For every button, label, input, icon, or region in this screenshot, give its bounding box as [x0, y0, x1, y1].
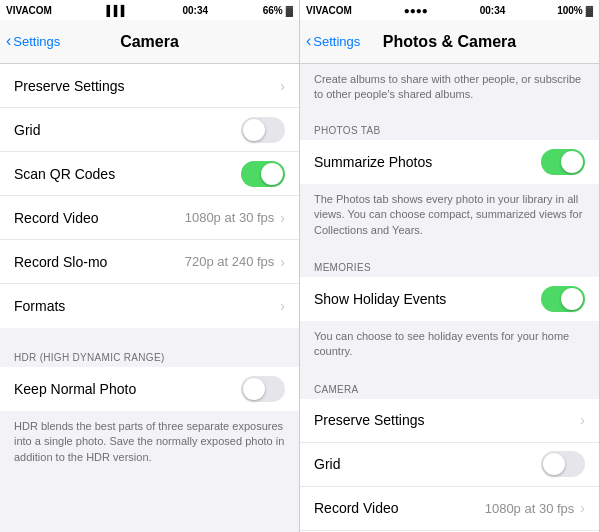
memories-description: You can choose to see holiday events for… [300, 323, 599, 370]
keep-normal-label: Keep Normal Photo [14, 381, 241, 397]
left-content: Preserve Settings › Grid Scan QR Codes R… [0, 64, 299, 532]
table-row[interactable]: Record Slo-mo 720p at 240 fps › [0, 240, 299, 284]
photos-description: The Photos tab shows every photo in your… [300, 186, 599, 248]
memories-header: MEMORIES [300, 248, 599, 277]
right-panel: VIVACOM ●●●● 00:34 100% ▓ ‹ Settings Pho… [300, 0, 600, 532]
right-back-button[interactable]: ‹ Settings [306, 33, 360, 50]
right-camera-group: Preserve Settings › Grid Record Video 10… [300, 399, 599, 532]
right-signal-icon: ●●●● [404, 5, 428, 16]
summarize-toggle[interactable] [541, 149, 585, 175]
camera-header: CAMERA [300, 370, 599, 399]
record-slomo-value: 720p at 240 fps [185, 254, 275, 269]
hdr-section-header: HDR (HIGH DYNAMIC RANGE) [0, 338, 299, 367]
right-content: Create albums to share with other people… [300, 64, 599, 532]
chevron-right-icon: › [280, 210, 285, 226]
grid2-label: Grid [314, 456, 541, 472]
table-row[interactable]: Record Video 1080p at 30 fps › [300, 487, 599, 531]
right-status-bar: VIVACOM ●●●● 00:34 100% ▓ [300, 0, 599, 20]
left-time: 00:34 [182, 5, 208, 16]
right-back-chevron-icon: ‹ [306, 32, 311, 50]
keep-normal-knob [243, 378, 265, 400]
record-slomo-label: Record Slo-mo [14, 254, 185, 270]
preserve2-label: Preserve Settings [314, 412, 578, 428]
left-battery-icon: ▓ [286, 5, 293, 16]
holiday-toggle-knob [561, 288, 583, 310]
right-battery-icon: ▓ [586, 5, 593, 16]
record-video-label: Record Video [14, 210, 185, 226]
table-row[interactable]: Preserve Settings › [0, 64, 299, 108]
chevron-right-icon: › [580, 412, 585, 428]
chevron-right-icon: › [280, 298, 285, 314]
table-row[interactable]: Summarize Photos [300, 140, 599, 184]
grid2-knob [543, 453, 565, 475]
right-carrier: VIVACOM [306, 5, 352, 16]
table-row[interactable]: Grid [0, 108, 299, 152]
chevron-right-icon: › [580, 500, 585, 516]
record-video2-label: Record Video [314, 500, 485, 516]
grid-toggle[interactable] [241, 117, 285, 143]
left-main-group: Preserve Settings › Grid Scan QR Codes R… [0, 64, 299, 328]
right-nav-bar: ‹ Settings Photos & Camera [300, 20, 599, 64]
left-status-bar: VIVACOM ▌▌▌ 00:34 66% ▓ [0, 0, 299, 20]
left-back-button[interactable]: ‹ Settings [6, 33, 60, 50]
table-row[interactable]: Grid [300, 443, 599, 487]
photos-tab-header: PHOTOS TAB [300, 111, 599, 140]
scan-qr-toggle-knob [261, 163, 283, 185]
left-back-label: Settings [13, 34, 60, 49]
chevron-right-icon: › [280, 78, 285, 94]
left-panel: VIVACOM ▌▌▌ 00:34 66% ▓ ‹ Settings Camer… [0, 0, 300, 532]
record-video-value: 1080p at 30 fps [185, 210, 275, 225]
preserve-settings-label: Preserve Settings [14, 78, 278, 94]
left-nav-bar: ‹ Settings Camera [0, 20, 299, 64]
table-row[interactable]: Formats › [0, 284, 299, 328]
grid-toggle-knob [243, 119, 265, 141]
table-row[interactable]: Scan QR Codes [0, 152, 299, 196]
holiday-label: Show Holiday Events [314, 291, 541, 307]
left-signal-icon: ▌▌▌ [107, 5, 128, 16]
intro-text: Create albums to share with other people… [300, 64, 599, 111]
right-battery-area: 100% ▓ [557, 5, 593, 16]
left-hdr-group: Keep Normal Photo [0, 367, 299, 411]
left-carrier: VIVACOM [6, 5, 52, 16]
divider [0, 330, 299, 338]
right-memories-group: Show Holiday Events [300, 277, 599, 321]
summarize-toggle-knob [561, 151, 583, 173]
scan-qr-toggle[interactable] [241, 161, 285, 187]
formats-label: Formats [14, 298, 278, 314]
holiday-toggle[interactable] [541, 286, 585, 312]
keep-normal-toggle[interactable] [241, 376, 285, 402]
left-back-chevron-icon: ‹ [6, 32, 11, 50]
record-video2-value: 1080p at 30 fps [485, 501, 575, 516]
left-battery-area: 66% ▓ [263, 5, 293, 16]
table-row[interactable]: Keep Normal Photo [0, 367, 299, 411]
summarize-label: Summarize Photos [314, 154, 541, 170]
right-back-label: Settings [313, 34, 360, 49]
hdr-description: HDR blends the best parts of three separ… [0, 413, 299, 475]
left-battery: 66% [263, 5, 283, 16]
table-row[interactable]: Show Holiday Events [300, 277, 599, 321]
right-photos-group: Summarize Photos [300, 140, 599, 184]
grid-label: Grid [14, 122, 241, 138]
table-row[interactable]: Preserve Settings › [300, 399, 599, 443]
grid2-toggle[interactable] [541, 451, 585, 477]
right-battery: 100% [557, 5, 583, 16]
table-row[interactable]: Record Video 1080p at 30 fps › [0, 196, 299, 240]
chevron-right-icon: › [280, 254, 285, 270]
right-time: 00:34 [480, 5, 506, 16]
left-nav-title: Camera [120, 33, 179, 51]
right-nav-title: Photos & Camera [383, 33, 516, 51]
scan-qr-label: Scan QR Codes [14, 166, 241, 182]
